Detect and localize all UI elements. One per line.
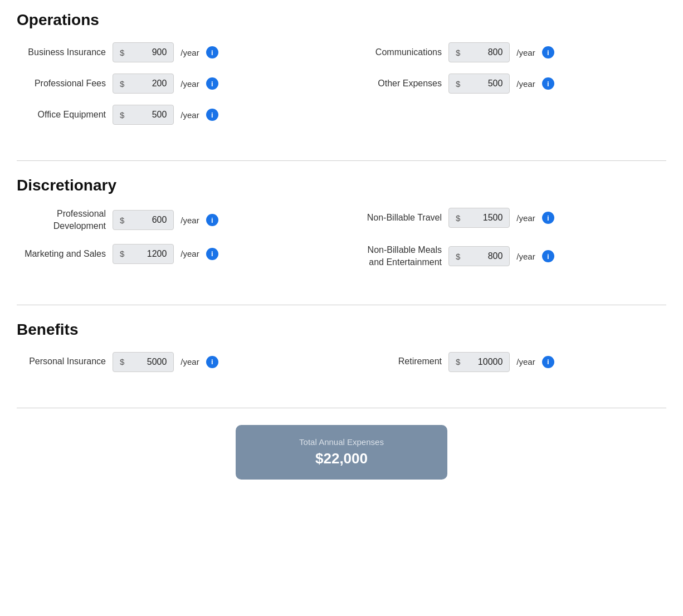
input-benefits-right-0[interactable] — [464, 357, 503, 367]
field-label-operations-left-0: Business Insurance — [17, 46, 106, 58]
field-row-benefits-left-0: Personal Insurance $ /year i — [17, 352, 330, 372]
discretionary-title: Discretionary — [17, 177, 666, 194]
field-row-operations-left-2: Office Equipment $ /year i — [17, 105, 330, 125]
field-label-discretionary-left-1: Marketing and Sales — [17, 248, 106, 260]
per-year-benefits-right-0: /year — [516, 357, 535, 366]
info-icon-discretionary-left-0[interactable]: i — [206, 214, 218, 226]
dollar-sign-operations-left-2: $ — [120, 110, 124, 120]
field-label-operations-right-1: Other Expenses — [353, 77, 442, 90]
dollar-sign-benefits-right-0: $ — [456, 357, 460, 366]
input-benefits-left-0[interactable] — [128, 357, 167, 367]
dollar-sign-operations-left-0: $ — [120, 48, 124, 57]
operations-left-field-2: Office Equipment $ /year i — [17, 105, 330, 125]
field-row-discretionary-left-0: ProfessionalDevelopment $ /year i — [17, 208, 330, 233]
operations-left-field-0: Business Insurance $ /year i — [17, 42, 330, 62]
benefits-field-row-0: Personal Insurance $ /year i Retirement … — [17, 352, 666, 372]
total-label: Total Annual Expenses — [299, 437, 384, 447]
field-label-operations-left-2: Office Equipment — [17, 109, 106, 121]
discretionary-field-row-0: ProfessionalDevelopment $ /year i Non-Bi… — [17, 208, 666, 233]
benefits-left-field-0: Personal Insurance $ /year i — [17, 352, 330, 372]
input-operations-left-1[interactable] — [128, 79, 167, 89]
per-year-discretionary-right-1: /year — [516, 252, 535, 261]
per-year-discretionary-left-0: /year — [180, 216, 199, 225]
field-label-operations-right-0: Communications — [353, 46, 442, 58]
per-year-operations-left-0: /year — [180, 48, 199, 57]
field-label-discretionary-right-0: Non-Billable Travel — [353, 212, 442, 224]
field-row-discretionary-left-1: Marketing and Sales $ /year i — [17, 244, 330, 264]
input-discretionary-right-0[interactable] — [464, 213, 503, 223]
field-label-benefits-right-0: Retirement — [353, 355, 442, 368]
input-box-operations-left-2: $ — [113, 105, 174, 125]
field-label-discretionary-right-1: Non-Billable Mealsand Entertainment — [353, 244, 442, 269]
operations-right-field-0: Communications $ /year i — [353, 42, 666, 62]
field-label-discretionary-left-0: ProfessionalDevelopment — [17, 208, 106, 233]
info-icon-discretionary-right-1[interactable]: i — [542, 250, 554, 262]
operations-right-field-1: Other Expenses $ /year i — [353, 74, 666, 94]
field-row-discretionary-right-0: Non-Billable Travel $ /year i — [353, 208, 666, 228]
info-icon-discretionary-right-0[interactable]: i — [542, 212, 554, 224]
info-icon-benefits-right-0[interactable]: i — [542, 356, 554, 368]
field-row-operations-right-1: Other Expenses $ /year i — [353, 74, 666, 94]
discretionary-right-field-1: Non-Billable Mealsand Entertainment $ /y… — [353, 244, 666, 269]
info-icon-discretionary-left-1[interactable]: i — [206, 248, 218, 260]
section-benefits: Benefits Personal Insurance $ /year i Re… — [17, 321, 666, 397]
input-box-operations-right-1: $ — [448, 74, 510, 94]
dollar-sign-discretionary-left-1: $ — [120, 249, 124, 258]
input-operations-left-2[interactable] — [128, 110, 167, 120]
per-year-operations-right-1: /year — [516, 79, 535, 89]
dollar-sign-discretionary-right-0: $ — [456, 213, 460, 223]
operations-field-row-2: Office Equipment $ /year i — [17, 105, 666, 125]
dollar-sign-discretionary-right-1: $ — [456, 252, 460, 261]
field-row-operations-left-0: Business Insurance $ /year i — [17, 42, 330, 62]
total-box: Total Annual Expenses $22,000 — [236, 425, 447, 480]
operations-field-row-0: Business Insurance $ /year i Communicati… — [17, 42, 666, 62]
operations-field-row-1: Professional Fees $ /year i Other Expens… — [17, 74, 666, 94]
info-icon-benefits-left-0[interactable]: i — [206, 356, 218, 368]
operations-right-field-2 — [353, 105, 666, 125]
discretionary-field-row-1: Marketing and Sales $ /year i Non-Billab… — [17, 244, 666, 269]
field-row-operations-right-0: Communications $ /year i — [353, 42, 666, 62]
field-row-discretionary-right-1: Non-Billable Mealsand Entertainment $ /y… — [353, 244, 666, 269]
field-row-operations-left-1: Professional Fees $ /year i — [17, 74, 330, 94]
discretionary-right-field-0: Non-Billable Travel $ /year i — [353, 208, 666, 233]
discretionary-left-field-1: Marketing and Sales $ /year i — [17, 244, 330, 269]
dollar-sign-discretionary-left-0: $ — [120, 216, 124, 225]
benefits-title: Benefits — [17, 321, 666, 339]
info-icon-operations-left-2[interactable]: i — [206, 109, 218, 121]
input-box-benefits-right-0: $ — [448, 352, 510, 372]
input-operations-left-0[interactable] — [128, 47, 167, 57]
section-discretionary: Discretionary ProfessionalDevelopment $ … — [17, 177, 666, 294]
info-icon-operations-left-0[interactable]: i — [206, 46, 218, 58]
field-row-benefits-right-0: Retirement $ /year i — [353, 352, 666, 372]
input-box-discretionary-right-1: $ — [448, 246, 510, 266]
per-year-discretionary-right-0: /year — [516, 213, 535, 223]
input-discretionary-right-1[interactable] — [464, 251, 503, 261]
per-year-operations-right-0: /year — [516, 48, 535, 57]
input-box-discretionary-left-0: $ — [113, 210, 174, 230]
dollar-sign-benefits-left-0: $ — [120, 357, 124, 366]
info-icon-operations-right-0[interactable]: i — [542, 46, 554, 58]
info-icon-operations-right-1[interactable]: i — [542, 77, 554, 90]
input-box-discretionary-right-0: $ — [448, 208, 510, 228]
input-discretionary-left-1[interactable] — [128, 249, 167, 259]
input-box-operations-left-0: $ — [113, 42, 174, 62]
input-discretionary-left-0[interactable] — [128, 215, 167, 225]
input-box-discretionary-left-1: $ — [113, 244, 174, 264]
input-box-operations-left-1: $ — [113, 74, 174, 94]
field-label-operations-left-1: Professional Fees — [17, 77, 106, 90]
section-operations: Operations Business Insurance $ /year i … — [17, 11, 666, 149]
operations-left-field-1: Professional Fees $ /year i — [17, 74, 330, 94]
benefits-right-field-0: Retirement $ /year i — [353, 352, 666, 372]
per-year-benefits-left-0: /year — [180, 357, 199, 366]
field-label-benefits-left-0: Personal Insurance — [17, 355, 106, 368]
dollar-sign-operations-right-0: $ — [456, 48, 460, 57]
info-icon-operations-left-1[interactable]: i — [206, 77, 218, 90]
input-operations-right-0[interactable] — [464, 47, 503, 57]
total-value: $22,000 — [315, 450, 368, 467]
dollar-sign-operations-left-1: $ — [120, 79, 124, 89]
discretionary-left-field-0: ProfessionalDevelopment $ /year i — [17, 208, 330, 233]
operations-title: Operations — [17, 11, 666, 29]
per-year-discretionary-left-1: /year — [180, 249, 199, 258]
per-year-operations-left-2: /year — [180, 110, 199, 120]
input-operations-right-1[interactable] — [464, 79, 503, 89]
